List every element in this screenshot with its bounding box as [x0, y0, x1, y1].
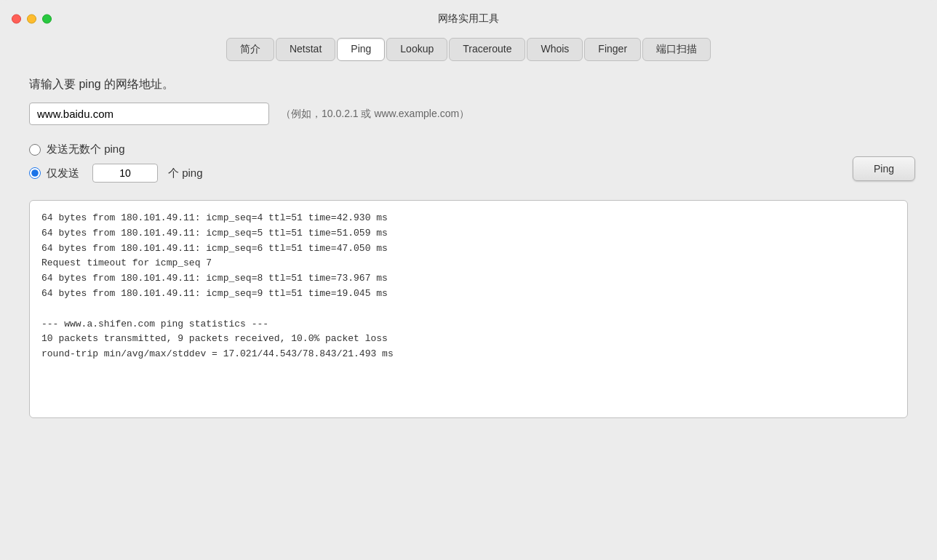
tab-lookup[interactable]: Lookup [386, 38, 447, 61]
count-input[interactable] [92, 164, 158, 183]
radio-infinite-label[interactable]: 发送无数个 ping [47, 143, 125, 156]
tab-portscan[interactable]: 端口扫描 [642, 38, 711, 61]
maximize-button[interactable] [42, 15, 52, 24]
output-area[interactable]: 64 bytes from 180.101.49.11: icmp_seq=4 … [29, 200, 908, 418]
window-title: 网络实用工具 [438, 12, 499, 25]
radio-infinite[interactable] [29, 144, 41, 156]
window-controls [12, 15, 52, 24]
close-button[interactable] [12, 15, 21, 24]
count-ping-row: 仅发送 个 ping [29, 164, 203, 183]
tab-bar: 简介 Netstat Ping Lookup Traceroute Whois … [0, 38, 937, 70]
content-area: 请输入要 ping 的网络地址。 （例如，10.0.2.1 或 www.exam… [0, 70, 937, 433]
radio-count-label[interactable]: 仅发送 [47, 167, 79, 180]
example-text: （例如，10.0.2.1 或 www.example.com） [281, 108, 469, 121]
ping-button[interactable]: Ping [853, 156, 915, 181]
tab-ping[interactable]: Ping [337, 38, 385, 61]
radio-count[interactable] [29, 167, 41, 179]
app-window: 网络实用工具 简介 Netstat Ping Lookup Traceroute… [0, 0, 937, 560]
instruction-text: 请输入要 ping 的网络地址。 [29, 77, 908, 92]
tab-jiangjie[interactable]: 简介 [226, 38, 274, 61]
titlebar: 网络实用工具 [0, 0, 937, 38]
output-section: Ping 64 bytes from 180.101.49.11: icmp_s… [29, 200, 908, 418]
ping-unit: 个 ping [168, 167, 203, 180]
minimize-button[interactable] [27, 15, 36, 24]
host-input-row: （例如，10.0.2.1 或 www.example.com） [29, 103, 908, 125]
tab-netstat[interactable]: Netstat [276, 38, 335, 61]
tab-traceroute[interactable]: Traceroute [449, 38, 525, 61]
host-input[interactable] [29, 103, 269, 125]
tab-finger[interactable]: Finger [584, 38, 641, 61]
tab-whois[interactable]: Whois [527, 38, 583, 61]
options-row: 发送无数个 ping 仅发送 个 ping [29, 143, 908, 190]
infinite-ping-row: 发送无数个 ping [29, 143, 125, 156]
